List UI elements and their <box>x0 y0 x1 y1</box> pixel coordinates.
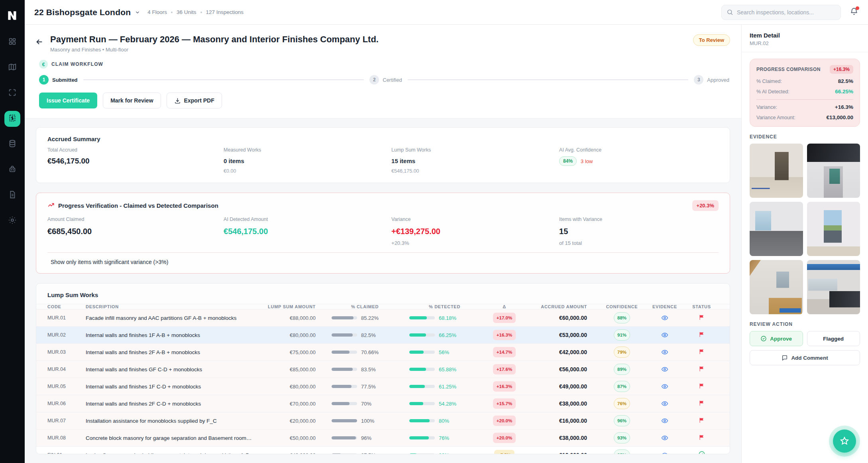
evidence-eye-button[interactable] <box>661 331 668 339</box>
variance-filter-toggle[interactable]: Show only items with significant varianc… <box>47 252 719 267</box>
add-comment-button[interactable]: Add Comment <box>750 350 860 365</box>
row-claimed: 96% <box>326 435 404 441</box>
row-status[interactable] <box>698 451 705 454</box>
table-row[interactable]: FIN.01 Laying floors, ceramic cladding, … <box>36 447 730 454</box>
evidence-eye-button[interactable] <box>661 451 668 454</box>
arrow-left-icon <box>35 37 44 46</box>
low-confidence-warning: 3 low <box>581 158 593 164</box>
eye-icon <box>661 349 668 356</box>
row-code: MUR.02 <box>47 332 86 338</box>
evidence-photo-5[interactable] <box>750 260 803 314</box>
step-submitted[interactable]: 1 Submitted <box>39 75 78 85</box>
progress-verification-card: Progress Verification - Claimed vs Detec… <box>36 193 730 274</box>
total-accrued-value: €546,175.00 <box>47 157 224 165</box>
evidence-eye-button[interactable] <box>661 434 668 441</box>
search-box[interactable] <box>721 5 841 20</box>
detected-progress-bar <box>409 453 435 454</box>
table-row[interactable]: MUR.03 Internal walls and finishes 2F A-… <box>36 344 730 361</box>
grid-icon <box>8 37 17 47</box>
search-input[interactable] <box>737 9 836 16</box>
sidebar-item-data[interactable] <box>4 136 20 152</box>
row-status[interactable] <box>698 331 705 339</box>
row-delta-badge: +17.6% <box>493 364 516 374</box>
evidence-photo-3[interactable] <box>750 202 803 256</box>
row-status[interactable] <box>698 417 705 425</box>
row-lump-sum-amount: €80,000.00 <box>258 332 326 338</box>
variance: Variance +€139,275.00 +20.3% <box>391 217 559 246</box>
main-content: Payment Run — February 2026 — Masonry an… <box>25 25 741 463</box>
detected-progress-bar <box>409 351 435 354</box>
eye-icon <box>661 417 668 424</box>
eye-icon <box>661 383 668 390</box>
item-detail-panel: Item Detail MUR.02 PROGRESS COMPARISON +… <box>741 25 868 463</box>
row-status[interactable] <box>698 365 705 374</box>
row-status[interactable] <box>698 382 705 391</box>
evidence-photo-4[interactable] <box>807 202 860 256</box>
app-logo[interactable] <box>5 8 20 23</box>
approve-button[interactable]: Approve <box>750 331 803 346</box>
table-row[interactable]: MUR.06 Internal walls and finishes 2F C-… <box>36 395 730 412</box>
sidebar-item-documents[interactable] <box>4 187 20 203</box>
evidence-eye-button[interactable] <box>661 314 668 321</box>
row-status[interactable] <box>698 434 705 442</box>
evidence-photo-grid <box>750 144 860 314</box>
evidence-eye-button[interactable] <box>661 383 668 390</box>
table-row[interactable]: MUR.01 Facade infill masonry and AAC par… <box>36 309 730 327</box>
row-confidence-badge: 76% <box>614 398 630 409</box>
check-circle-icon <box>698 451 705 454</box>
evidence-photo-2[interactable] <box>807 144 860 198</box>
row-lump-sum-amount: €88,000.00 <box>258 315 326 321</box>
evidence-eye-button[interactable] <box>661 417 668 424</box>
progress-comparison-card: PROGRESS COMPARISON +16.3% % Claimed: 82… <box>750 59 860 127</box>
notifications-button[interactable] <box>850 7 858 18</box>
row-status[interactable] <box>698 348 705 357</box>
dot-separator <box>200 12 202 13</box>
table-row[interactable]: MUR.04 Internal walls and finishes GF C-… <box>36 361 730 378</box>
row-confidence-badge: 88% <box>614 312 630 323</box>
claimed-row: % Claimed: 82.5% <box>756 78 853 84</box>
eye-icon <box>661 451 668 454</box>
issue-certificate-button[interactable]: Issue Certificate <box>39 93 97 108</box>
row-lump-sum-amount: €40,000.00 <box>258 452 326 455</box>
row-status[interactable] <box>698 314 705 322</box>
sidebar-nav <box>4 34 20 229</box>
stat-floors: 4 Floors <box>147 9 167 15</box>
flagged-button[interactable]: Flagged <box>807 331 860 346</box>
evidence-photo-6[interactable] <box>807 260 860 314</box>
step-approved[interactable]: 3 Approved <box>694 75 729 85</box>
row-delta-badge: +20.0% <box>493 433 516 443</box>
table-row[interactable]: MUR.08 Concrete block masonry for garage… <box>36 430 730 447</box>
evidence-eye-button[interactable] <box>661 366 668 373</box>
evidence-photo-1[interactable] <box>750 144 803 198</box>
detected-progress-bar <box>409 436 435 439</box>
sidebar-item-payments[interactable] <box>4 111 20 127</box>
export-pdf-button[interactable]: Export PDF <box>167 93 222 108</box>
sidebar-item-assistant[interactable] <box>4 162 20 178</box>
sidebar-item-scan[interactable] <box>4 85 20 101</box>
table-row[interactable]: MUR.07 Installation assistance for monob… <box>36 412 730 430</box>
table-row[interactable]: MUR.02 Internal walls and finishes 1F A-… <box>36 327 730 344</box>
sidebar-item-dashboard[interactable] <box>4 34 20 50</box>
sidebar-item-settings[interactable] <box>4 213 20 229</box>
row-accrued-amount: €12,000.00 <box>523 452 599 454</box>
row-claimed: 77.5% <box>326 384 404 390</box>
row-claimed: 83.5% <box>326 366 404 372</box>
chevron-down-icon[interactable] <box>135 10 140 17</box>
mark-for-review-button[interactable]: Mark for Review <box>103 93 161 108</box>
row-detected: 76% <box>404 435 485 441</box>
assistant-fab[interactable] <box>829 426 860 457</box>
step-certified[interactable]: 2 Certified <box>369 75 402 85</box>
row-description: Internal walls and finishes 2F C-D + mon… <box>86 401 258 407</box>
project-title[interactable]: 22 Bishopsgate London <box>34 8 131 17</box>
step-connector <box>408 79 689 80</box>
lump-sum-works: Lump Sum Works 15 items €546,175.00 <box>391 147 559 174</box>
table-row[interactable]: MUR.05 Internal walls and finishes 1F C-… <box>36 378 730 395</box>
row-accrued-amount: €56,000.00 <box>523 366 599 372</box>
row-status[interactable] <box>698 400 705 408</box>
evidence-eye-button[interactable] <box>661 400 668 407</box>
eye-icon <box>661 314 668 321</box>
back-button[interactable] <box>33 36 45 48</box>
item-detail-code: MUR.02 <box>750 40 860 46</box>
sidebar-item-map[interactable] <box>4 60 20 76</box>
evidence-eye-button[interactable] <box>661 349 668 356</box>
